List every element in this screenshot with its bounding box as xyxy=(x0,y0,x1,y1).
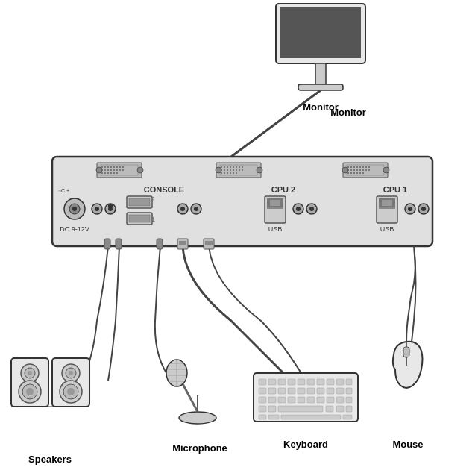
svg-rect-168 xyxy=(268,388,276,394)
svg-rect-183 xyxy=(317,397,324,403)
svg-rect-2 xyxy=(315,63,326,84)
svg-point-146 xyxy=(67,388,75,395)
svg-point-105 xyxy=(194,207,198,211)
svg-rect-175 xyxy=(336,388,344,394)
svg-text:CPU 2: CPU 2 xyxy=(271,185,295,194)
svg-rect-11 xyxy=(107,166,109,168)
svg-rect-100 xyxy=(129,215,150,222)
svg-point-115 xyxy=(309,207,314,211)
svg-point-123 xyxy=(408,207,412,211)
speakers-label: Speakers xyxy=(28,454,72,465)
svg-rect-166 xyxy=(346,379,352,385)
svg-rect-51 xyxy=(221,172,222,174)
svg-text:DC 9-12V: DC 9-12V xyxy=(60,225,89,233)
svg-rect-180 xyxy=(288,397,295,403)
svg-point-58 xyxy=(257,167,262,173)
svg-rect-65 xyxy=(359,166,361,168)
svg-line-4 xyxy=(231,90,321,157)
svg-rect-127 xyxy=(179,241,186,245)
svg-rect-44 xyxy=(224,169,225,171)
svg-rect-177 xyxy=(259,397,266,403)
keyboard-label: Keyboard xyxy=(283,439,328,450)
svg-rect-21 xyxy=(113,169,115,171)
svg-rect-75 xyxy=(365,169,367,171)
svg-rect-174 xyxy=(327,388,334,394)
svg-rect-67 xyxy=(365,166,367,168)
svg-point-143 xyxy=(69,371,73,375)
svg-rect-71 xyxy=(353,169,355,171)
svg-point-136 xyxy=(28,371,32,375)
svg-rect-161 xyxy=(298,379,305,385)
svg-rect-50 xyxy=(242,169,243,171)
svg-rect-193 xyxy=(259,415,266,419)
svg-rect-194 xyxy=(268,415,279,419)
svg-rect-56 xyxy=(236,172,237,174)
svg-text:2: 2 xyxy=(151,195,155,203)
svg-rect-179 xyxy=(278,397,286,403)
svg-rect-163 xyxy=(317,379,324,385)
svg-rect-41 xyxy=(239,166,240,168)
svg-rect-13 xyxy=(113,166,115,168)
svg-rect-52 xyxy=(224,172,225,174)
svg-rect-74 xyxy=(362,169,364,171)
svg-rect-186 xyxy=(346,397,352,403)
svg-rect-157 xyxy=(259,379,266,385)
svg-rect-20 xyxy=(110,169,112,171)
svg-rect-76 xyxy=(368,169,370,171)
svg-rect-28 xyxy=(110,172,112,174)
svg-rect-82 xyxy=(362,172,364,174)
svg-rect-27 xyxy=(107,172,109,174)
monitor-label: Monitor xyxy=(330,107,366,118)
svg-rect-10 xyxy=(104,166,106,168)
svg-text:⎓C +: ⎓C + xyxy=(58,188,69,193)
svg-rect-15 xyxy=(119,166,121,168)
svg-rect-73 xyxy=(359,169,361,171)
svg-rect-184 xyxy=(327,397,334,403)
svg-rect-164 xyxy=(327,379,334,385)
svg-rect-129 xyxy=(205,241,213,245)
svg-rect-77 xyxy=(347,172,349,174)
svg-point-90 xyxy=(95,207,99,211)
svg-rect-170 xyxy=(288,388,295,394)
svg-point-83 xyxy=(342,167,348,173)
svg-rect-40 xyxy=(236,166,237,168)
svg-rect-55 xyxy=(233,172,234,174)
svg-rect-79 xyxy=(353,172,355,174)
svg-text:USB: USB xyxy=(380,225,394,233)
svg-point-31 xyxy=(96,167,102,173)
svg-rect-192 xyxy=(346,406,352,412)
svg-rect-158 xyxy=(268,379,276,385)
svg-rect-38 xyxy=(230,166,231,168)
svg-rect-198 xyxy=(403,347,409,357)
svg-rect-70 xyxy=(350,169,352,171)
svg-rect-14 xyxy=(116,166,118,168)
svg-rect-24 xyxy=(122,169,124,171)
svg-rect-132 xyxy=(157,239,163,249)
svg-rect-39 xyxy=(233,166,234,168)
svg-rect-35 xyxy=(221,166,222,168)
svg-rect-1 xyxy=(280,7,361,58)
svg-point-125 xyxy=(421,207,426,211)
svg-rect-171 xyxy=(298,388,305,394)
svg-rect-54 xyxy=(230,172,231,174)
svg-rect-42 xyxy=(242,166,243,168)
svg-text:USB: USB xyxy=(268,225,283,233)
svg-rect-64 xyxy=(356,166,358,168)
svg-rect-45 xyxy=(227,169,228,171)
svg-rect-78 xyxy=(350,172,352,174)
svg-rect-120 xyxy=(382,200,392,206)
svg-rect-176 xyxy=(346,388,352,394)
svg-rect-23 xyxy=(119,169,121,171)
svg-rect-189 xyxy=(278,406,323,412)
svg-rect-191 xyxy=(336,406,344,412)
svg-rect-185 xyxy=(336,397,344,403)
svg-rect-190 xyxy=(326,406,333,412)
svg-rect-30 xyxy=(116,172,118,174)
svg-rect-167 xyxy=(259,388,266,394)
svg-point-148 xyxy=(179,412,216,424)
svg-rect-46 xyxy=(230,169,231,171)
svg-rect-62 xyxy=(350,166,352,168)
svg-rect-47 xyxy=(233,169,234,171)
svg-rect-172 xyxy=(307,388,315,394)
svg-rect-49 xyxy=(239,169,240,171)
